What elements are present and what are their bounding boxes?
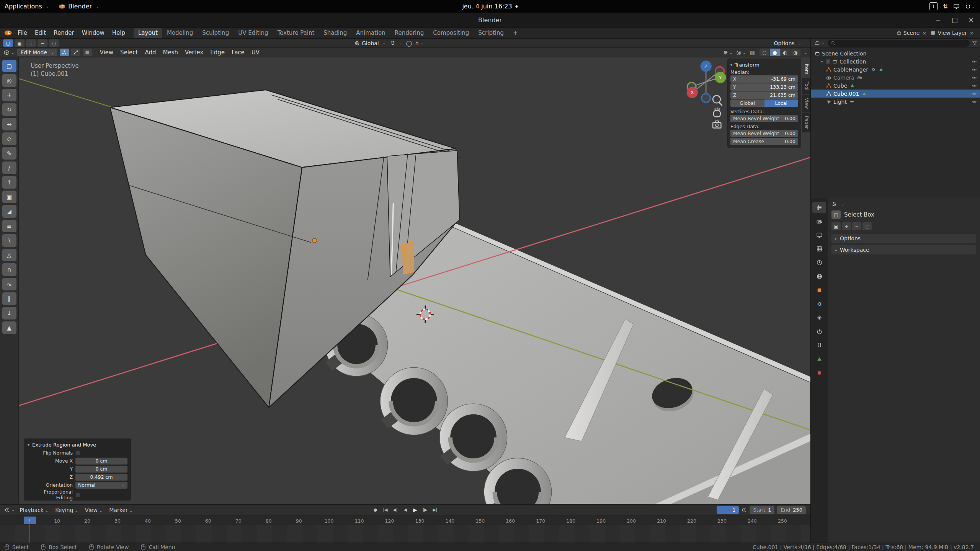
next-keyframe-button[interactable]: |▶ xyxy=(421,506,430,514)
3d-viewport-canvas[interactable]: Z X Y xyxy=(19,57,810,504)
panel-section-options[interactable]: ▸Options xyxy=(831,234,976,243)
timeline-menu-marker[interactable]: Marker⌄ xyxy=(106,507,136,513)
move-x-field[interactable]: 0 cm xyxy=(75,458,127,465)
properties-tab-particles[interactable] xyxy=(812,312,826,323)
topbar-menu-file[interactable]: File xyxy=(14,29,31,36)
active-tool-row[interactable]: ▢ Select Box xyxy=(831,210,976,219)
npanel-tab-paper[interactable]: Paper xyxy=(802,112,810,132)
display-icon[interactable] xyxy=(953,3,960,10)
workspace-tab-layout[interactable]: Layout xyxy=(134,28,162,38)
topbar-menu-window[interactable]: Window xyxy=(78,29,108,36)
properties-tab-view-layer[interactable] xyxy=(812,243,826,254)
start-frame-field[interactable]: Start 1 xyxy=(750,506,774,514)
snapping-dropdown[interactable]: ⌄ xyxy=(389,41,403,46)
collection-checkbox[interactable]: ✓ xyxy=(826,59,830,64)
timeline-menu-playback[interactable]: Playback⌄ xyxy=(16,507,52,513)
select-mode-intersect-button[interactable]: ◌ xyxy=(49,39,59,47)
select-mode-extend-button[interactable]: + xyxy=(26,39,36,47)
median-x-field[interactable]: X -31.69 cm xyxy=(730,75,798,83)
disclosure-triangle-icon[interactable]: ▾ xyxy=(28,443,29,447)
properties-tab-object-data[interactable] xyxy=(812,354,826,364)
properties-tab-material[interactable] xyxy=(812,367,826,378)
properties-tab-scene[interactable] xyxy=(812,257,826,268)
visibility-eye-icon[interactable] xyxy=(972,75,977,80)
properties-tab-tool[interactable] xyxy=(812,202,826,213)
move-z-field[interactable]: 0.492 cm xyxy=(75,474,127,481)
orientation-dropdown[interactable]: Normal ⌄ xyxy=(75,482,127,489)
properties-tab-constraints[interactable] xyxy=(812,340,826,350)
shading-wireframe-button[interactable]: ◌ xyxy=(760,49,769,56)
transform-orientation-dropdown[interactable]: Global ⌄ xyxy=(353,40,387,46)
topbar-menu-edit[interactable]: Edit xyxy=(31,29,50,36)
select-mode-extend-button[interactable]: + xyxy=(842,222,851,230)
filter-funnel-icon[interactable] xyxy=(972,41,977,46)
tool-smooth[interactable]: ∿ xyxy=(2,278,16,290)
outliner-row-cube[interactable]: Cube xyxy=(811,82,980,90)
tool-bevel[interactable]: ◢ xyxy=(2,205,16,218)
system-menu[interactable]: ⌄ xyxy=(965,3,975,9)
npanel-tab-view[interactable]: View xyxy=(802,95,810,112)
tool-inset-faces[interactable]: ▣ xyxy=(2,191,16,203)
select-mode-subtract-button[interactable]: − xyxy=(38,39,47,47)
tool-annotate[interactable]: ✎ xyxy=(2,147,16,160)
outliner-row-light[interactable]: Light xyxy=(811,98,980,106)
tool-transform[interactable]: ◇ xyxy=(2,132,16,145)
properties-tab-output[interactable] xyxy=(812,230,826,240)
xray-toggle[interactable]: ▥ xyxy=(749,49,755,55)
visibility-eye-icon[interactable] xyxy=(972,59,977,64)
tool-select-box[interactable]: ▢ xyxy=(2,60,16,72)
applications-menu[interactable]: Applications ⌄ xyxy=(0,0,54,13)
workspace-tab-compositing[interactable]: Compositing xyxy=(428,28,474,38)
npanel-tab-tool[interactable]: Tool xyxy=(802,78,810,94)
workspace-tab-modeling[interactable]: Modeling xyxy=(162,28,198,38)
shading-solid-button[interactable]: ● xyxy=(770,49,780,56)
viewport-menu-select[interactable]: Select xyxy=(117,49,141,56)
timeline-editor-dropdown[interactable]: ⌄ xyxy=(4,507,15,513)
gizmo-negz-ball[interactable] xyxy=(702,94,710,103)
view-layer-selector[interactable]: View Layer xyxy=(938,30,967,36)
playhead-line[interactable] xyxy=(29,524,30,543)
median-y-field[interactable]: Y 133.23 cm xyxy=(730,83,798,91)
flip-normals-checkbox[interactable] xyxy=(75,450,80,455)
viewport-menu-edge[interactable]: Edge xyxy=(207,49,228,56)
tool-measure[interactable]: ∕ xyxy=(2,161,16,174)
keyboard-layout-indicator[interactable]: 1 xyxy=(929,2,938,10)
proportional-editing-toggle[interactable]: ◯ xyxy=(405,40,413,46)
outliner-row-collection[interactable]: ▾✓Collection xyxy=(811,57,980,65)
workspace-tab-animation[interactable]: Animation xyxy=(351,28,390,38)
editor-type-dropdown[interactable]: ⌄ xyxy=(3,50,15,55)
shading-material-button[interactable]: ◐ xyxy=(780,49,790,56)
timeline-menu-keying[interactable]: Keying⌄ xyxy=(52,507,81,513)
tool-rotate[interactable]: ↻ xyxy=(2,103,16,116)
disclosure-triangle-icon[interactable]: ▾ xyxy=(730,63,732,67)
properties-editor-dropdown[interactable]: ⌄ xyxy=(831,201,976,207)
record-button[interactable]: ● xyxy=(371,506,380,514)
window-title-bar[interactable]: Blender − □ × xyxy=(0,13,980,28)
tool-move[interactable]: + xyxy=(2,89,16,101)
viewport-menu-uv[interactable]: UV xyxy=(248,49,263,56)
move-y-field[interactable]: 0 cm xyxy=(75,466,127,473)
add-workspace-button[interactable]: + xyxy=(508,28,523,38)
topbar-menu-render[interactable]: Render xyxy=(50,29,78,36)
workspace-tab-texture-paint[interactable]: Texture Paint xyxy=(273,28,319,38)
overlays-dropdown[interactable]: ◎⌄ xyxy=(736,49,747,55)
show-gizmo-dropdown[interactable]: ⊕⌄ xyxy=(723,49,733,55)
proportional-falloff-dropdown[interactable]: ∩⌄ xyxy=(414,40,425,46)
end-frame-field[interactable]: End 250 xyxy=(777,506,806,514)
visibility-eye-icon[interactable] xyxy=(972,83,977,88)
maximize-button[interactable]: □ xyxy=(952,16,958,24)
visibility-eye-icon[interactable] xyxy=(972,91,977,96)
proportional-editing-checkbox[interactable] xyxy=(75,492,80,497)
select-mode-subtract-button[interactable]: − xyxy=(852,222,861,230)
visibility-eye-icon[interactable] xyxy=(972,67,977,72)
play-button[interactable]: ▶ xyxy=(411,506,420,514)
visibility-eye-icon[interactable] xyxy=(972,99,977,104)
play-reverse-button[interactable]: ◀ xyxy=(401,506,410,514)
shading-rendered-button[interactable]: ◑ xyxy=(791,49,800,56)
tool-shrink-fatten[interactable]: ↓ xyxy=(2,307,16,320)
viewport-menu-mesh[interactable]: Mesh xyxy=(159,49,181,56)
outliner-row-cube-001[interactable]: Cube.001 xyxy=(811,90,980,98)
panel-section-workspace[interactable]: ▸Workspace xyxy=(831,245,976,254)
vertex-bevel-weight-field[interactable]: Mean Bevel Weight 0.00 xyxy=(730,115,798,122)
workspace-tab-uv-editing[interactable]: UV Editing xyxy=(234,28,273,38)
